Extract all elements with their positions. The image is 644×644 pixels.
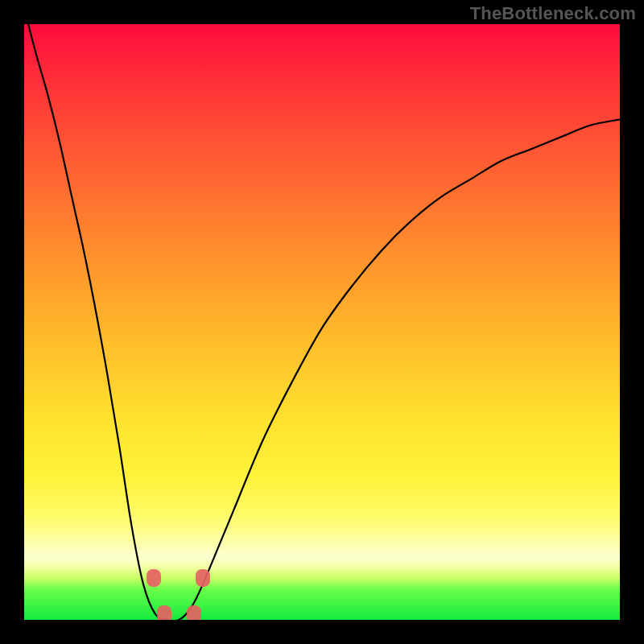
curve-marker-2 <box>196 569 210 587</box>
bottleneck-curve-path <box>24 24 620 620</box>
watermark-text: TheBottleneck.com <box>470 3 636 24</box>
curve-marker-1 <box>147 569 161 587</box>
curve-marker-4 <box>187 605 201 620</box>
bottleneck-curve <box>24 24 620 620</box>
plot-area <box>24 24 620 620</box>
curve-marker-3 <box>157 605 171 620</box>
chart-stage: TheBottleneck.com <box>0 0 644 644</box>
